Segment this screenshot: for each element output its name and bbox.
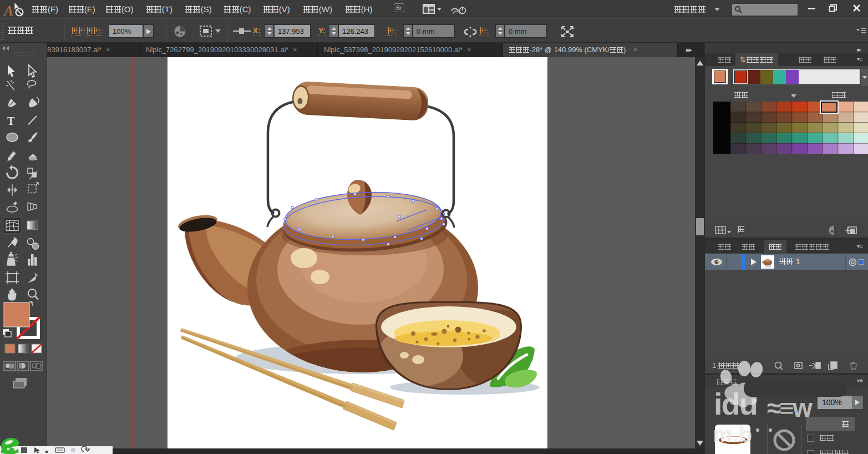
svg-text:A: A [3,3,13,18]
svg-text:≈≡w: ≈≡w [767,394,813,422]
svg-text:m.b: m.b [713,422,752,447]
svg-text:T: T [7,114,15,127]
